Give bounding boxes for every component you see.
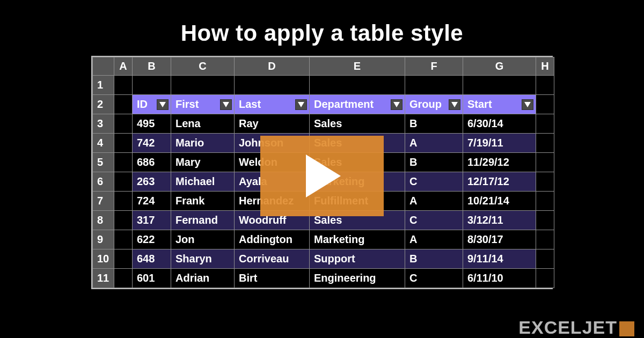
cell[interactable] [536, 76, 554, 95]
table-header-department[interactable]: Department [310, 95, 405, 114]
cell-first[interactable]: Sharyn [171, 249, 235, 269]
filter-button[interactable] [449, 99, 460, 110]
cell[interactable] [114, 172, 133, 192]
filter-button[interactable] [157, 99, 169, 110]
col-header-D[interactable]: D [235, 57, 310, 76]
cell-group[interactable]: B [405, 249, 463, 269]
col-header-A[interactable]: A [114, 57, 133, 76]
cell-id[interactable]: 601 [133, 269, 171, 288]
cell-start[interactable]: 3/12/11 [463, 211, 536, 230]
cell-start[interactable]: 12/17/12 [463, 172, 536, 192]
cell-first[interactable]: Adrian [171, 269, 235, 288]
cell[interactable] [536, 211, 554, 230]
cell[interactable] [114, 269, 133, 288]
cell[interactable] [171, 76, 235, 95]
cell[interactable] [536, 95, 554, 114]
cell[interactable] [536, 249, 554, 269]
cell-start[interactable]: 10/21/14 [463, 192, 536, 211]
cell-group[interactable]: C [405, 211, 463, 230]
cell-start[interactable]: 7/19/11 [463, 134, 536, 153]
row-header-10[interactable]: 10 [93, 249, 114, 269]
row-header-3[interactable]: 3 [93, 114, 114, 134]
cell-group[interactable]: B [405, 114, 463, 134]
cell-first[interactable]: Frank [171, 192, 235, 211]
cell-last[interactable]: Addington [235, 230, 310, 249]
cell-first[interactable]: Mary [171, 153, 235, 172]
cell-id[interactable]: 724 [133, 192, 171, 211]
cell-id[interactable]: 263 [133, 172, 171, 192]
table-header-id[interactable]: ID [133, 95, 171, 114]
filter-button[interactable] [522, 99, 533, 110]
cell[interactable] [235, 76, 310, 95]
cell-dept[interactable]: Sales [310, 114, 405, 134]
col-header-E[interactable]: E [310, 57, 405, 76]
col-header-F[interactable]: F [405, 57, 463, 76]
cell-first[interactable]: Fernand [171, 211, 235, 230]
cell[interactable] [114, 249, 133, 269]
cell[interactable] [536, 172, 554, 192]
cell-group[interactable]: C [405, 172, 463, 192]
cell-first[interactable]: Lena [171, 114, 235, 134]
cell-dept[interactable]: Engineering [310, 269, 405, 288]
row-header-5[interactable]: 5 [93, 153, 114, 172]
cell-first[interactable]: Jon [171, 230, 235, 249]
row-header-1[interactable]: 1 [93, 76, 114, 95]
cell-id[interactable]: 622 [133, 230, 171, 249]
col-header-G[interactable]: G [463, 57, 536, 76]
cell-start[interactable]: 8/30/17 [463, 230, 536, 249]
cell-start[interactable]: 6/11/10 [463, 269, 536, 288]
cell-first[interactable]: Mario [171, 134, 235, 153]
cell[interactable] [536, 230, 554, 249]
row-header-2[interactable]: 2 [93, 95, 114, 114]
cell[interactable] [114, 192, 133, 211]
row-header-9[interactable]: 9 [93, 230, 114, 249]
cell[interactable] [114, 95, 133, 114]
cell[interactable] [405, 76, 463, 95]
filter-button[interactable] [391, 99, 402, 110]
col-header-H[interactable]: H [536, 57, 554, 76]
cell-id[interactable]: 648 [133, 249, 171, 269]
cell-id[interactable]: 686 [133, 153, 171, 172]
cell[interactable] [536, 192, 554, 211]
cell-group[interactable]: A [405, 230, 463, 249]
cell[interactable] [114, 76, 133, 95]
cell-id[interactable]: 317 [133, 211, 171, 230]
table-header-last[interactable]: Last [235, 95, 310, 114]
play-button[interactable] [260, 136, 384, 216]
cell[interactable] [536, 114, 554, 134]
cell[interactable] [114, 230, 133, 249]
cell[interactable] [133, 76, 171, 95]
cell-dept[interactable]: Support [310, 249, 405, 269]
cell-last[interactable]: Corriveau [235, 249, 310, 269]
cell-id[interactable]: 742 [133, 134, 171, 153]
cell-last[interactable]: Birt [235, 269, 310, 288]
cell[interactable] [114, 134, 133, 153]
cell-start[interactable]: 11/29/12 [463, 153, 536, 172]
cell[interactable] [536, 134, 554, 153]
cell[interactable] [310, 76, 405, 95]
cell[interactable] [463, 76, 536, 95]
table-header-start[interactable]: Start [463, 95, 536, 114]
cell[interactable] [536, 269, 554, 288]
filter-button[interactable] [295, 99, 307, 110]
cell[interactable] [114, 153, 133, 172]
cell-first[interactable]: Michael [171, 172, 235, 192]
cell-group[interactable]: A [405, 192, 463, 211]
cell-dept[interactable]: Marketing [310, 230, 405, 249]
row-header-4[interactable]: 4 [93, 134, 114, 153]
cell[interactable] [114, 211, 133, 230]
cell-start[interactable]: 9/11/14 [463, 249, 536, 269]
cell-group[interactable]: C [405, 269, 463, 288]
filter-button[interactable] [220, 99, 232, 110]
select-all-corner[interactable] [93, 57, 114, 76]
col-header-C[interactable]: C [171, 57, 235, 76]
col-header-B[interactable]: B [133, 57, 171, 76]
cell-start[interactable]: 6/30/14 [463, 114, 536, 134]
row-header-11[interactable]: 11 [93, 269, 114, 288]
cell-id[interactable]: 495 [133, 114, 171, 134]
cell[interactable] [114, 114, 133, 134]
row-header-7[interactable]: 7 [93, 192, 114, 211]
cell[interactable] [536, 153, 554, 172]
table-header-group[interactable]: Group [405, 95, 463, 114]
row-header-6[interactable]: 6 [93, 172, 114, 192]
